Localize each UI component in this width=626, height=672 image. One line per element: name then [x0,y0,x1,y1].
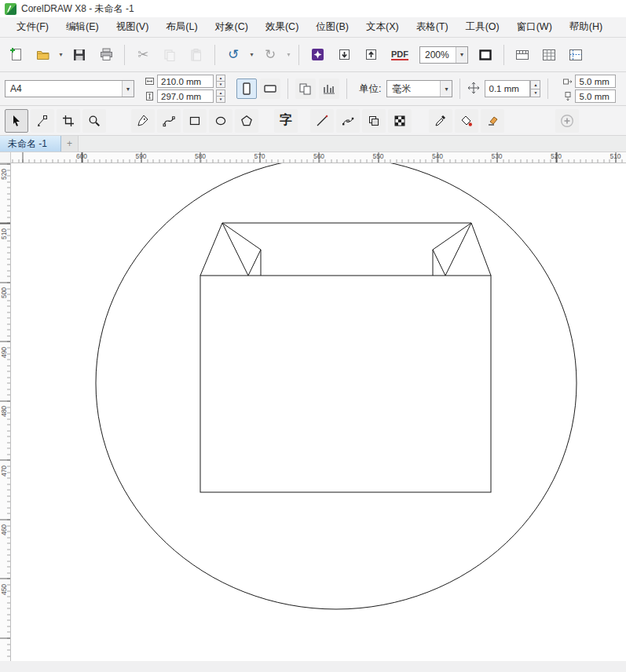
document-tab-label: 未命名 -1 [8,137,47,151]
pick-tool[interactable] [5,109,28,133]
ruler-number: 540 [428,152,447,160]
page-width-input[interactable]: 210.0 mm [157,75,214,88]
menu-item-8[interactable]: 表格(T) [408,17,457,37]
ellipse-tool[interactable] [209,109,232,133]
ruler-number: 450 [0,580,11,599]
app-launcher-button[interactable] [305,42,330,68]
units-value: 毫米 [387,82,440,96]
duplicate-distance: 5.0 mm 5.0 mm [562,75,616,103]
ruler-number: 490 [0,343,11,362]
smart-fill-tool[interactable] [455,109,478,133]
separator [298,45,299,65]
polygon-tool[interactable] [235,109,258,133]
horizontal-ruler[interactable]: 600590580570560550540530520510 [11,152,626,163]
chevron-down-icon[interactable]: ▾ [122,81,134,97]
ruler-number: 470 [0,462,11,480]
current-page-layout-button[interactable] [319,79,339,99]
menu-item-0[interactable]: 文件(F) [8,17,57,37]
text-tool[interactable]: 字 [274,109,298,133]
menu-item-9[interactable]: 工具(O) [457,17,508,37]
open-button[interactable] [30,42,55,68]
pdf-label: PDF [391,49,408,60]
undo-dropdown-caret[interactable]: ▾ [247,42,256,68]
ruler-number: 580 [191,152,210,160]
customize-toolbox-button[interactable] [555,109,579,133]
ruler-number: 550 [369,152,388,160]
cut-button: ✂ [130,42,156,68]
menu-item-1[interactable]: 编辑(E) [57,17,108,37]
import-button[interactable] [331,42,357,68]
separator [287,79,288,99]
menu-item-2[interactable]: 视图(V) [108,17,158,37]
copy-button [157,42,182,68]
line-tool[interactable] [310,109,334,133]
show-rulers-button[interactable] [510,42,535,68]
page-height-spinner[interactable]: ▲▼ [216,89,225,103]
menu-item-4[interactable]: 对象(C) [207,17,257,37]
duplicate-y-icon [562,91,573,102]
drawing-canvas[interactable] [11,163,626,661]
ruler-number: 590 [132,152,151,160]
page-width-spinner[interactable]: ▲▼ [216,75,225,88]
pattern-fill-tool[interactable] [388,109,412,133]
ruler-origin[interactable] [0,152,11,163]
ruler-number: 560 [309,152,328,160]
zoom-level-combobox[interactable]: 200% ▾ [419,46,468,64]
nudge-spinner[interactable]: ▲▼ [530,80,540,97]
publish-pdf-button[interactable]: PDF [385,42,415,68]
shape-tool[interactable] [31,109,54,133]
bezier-curve-tool[interactable] [336,109,360,133]
menu-item-11[interactable]: 帮助(H) [561,17,611,37]
rectangle-tool[interactable] [183,109,207,133]
drawing-svg [11,163,626,661]
ruler-number: 520 [0,165,11,184]
save-button[interactable] [67,42,92,68]
menu-item-5[interactable]: 效果(C) [257,17,307,37]
menu-item-7[interactable]: 文本(X) [357,17,408,37]
circle-shape[interactable] [96,163,577,609]
separator [346,79,347,99]
page-size-combobox[interactable]: A4 ▾ [5,80,134,97]
separator [124,45,125,65]
eyedropper-tool[interactable] [429,109,452,133]
workspace: 600590580570560550540530520510 520510500… [0,152,626,661]
menu-item-6[interactable]: 位图(B) [307,17,357,37]
plus-icon: + [67,138,72,149]
new-document-button[interactable] [3,42,28,68]
toolbox: 字 [0,106,626,136]
ruler-number: 460 [0,520,11,539]
open-dropdown-caret[interactable]: ▾ [57,42,65,68]
undo-button[interactable]: ↺ [221,42,246,68]
show-grid-button[interactable] [536,42,562,68]
show-guidelines-button[interactable] [563,42,588,68]
duplicate-y-input[interactable]: 5.0 mm [575,89,616,103]
ruler-number: 600 [72,152,91,160]
eraser-tool[interactable] [481,109,504,133]
interactive-fill-tool[interactable] [362,109,386,133]
bag-shape[interactable] [200,223,491,492]
new-document-tab-button[interactable]: + [61,136,79,152]
page-height-input[interactable]: 297.0 mm [157,89,214,103]
ruler-number: 510 [0,225,11,243]
menu-item-3[interactable]: 布局(L) [157,17,206,37]
bspline-tool[interactable] [157,109,181,133]
title-bar: CorelDRAW X8 - 未命名 -1 [0,0,626,17]
duplicate-x-input[interactable]: 5.0 mm [575,75,616,88]
portrait-button[interactable] [236,79,257,99]
fullscreen-preview-button[interactable] [473,42,498,68]
pen-tool[interactable] [131,109,155,133]
separator [214,45,215,65]
zoom-tool[interactable] [82,109,106,133]
document-tab-active[interactable]: 未命名 -1 [0,136,61,152]
vertical-ruler[interactable]: 520510500490480470460450 [0,163,11,661]
landscape-button[interactable] [260,79,280,99]
chevron-down-icon[interactable]: ▾ [440,81,452,97]
crop-tool[interactable] [57,109,80,133]
nudge-distance-input[interactable]: 0.1 mm [485,80,530,97]
chevron-down-icon[interactable]: ▾ [456,47,467,63]
print-button[interactable] [93,42,119,68]
menu-item-10[interactable]: 窗口(W) [508,17,561,37]
all-pages-layout-button[interactable] [295,79,316,99]
export-button[interactable] [358,42,383,68]
units-combobox[interactable]: 毫米 ▾ [386,80,452,97]
